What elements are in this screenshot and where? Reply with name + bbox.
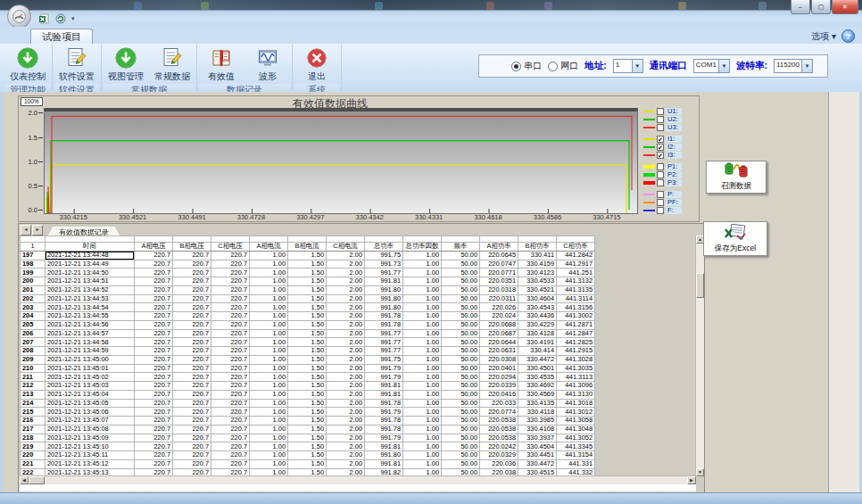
- data-cell[interactable]: 220.7: [173, 390, 211, 399]
- data-cell[interactable]: 220.7: [135, 312, 173, 321]
- data-cell[interactable]: 2021-12-21 13:45:01: [46, 364, 135, 373]
- data-cell[interactable]: 220.7: [135, 285, 173, 294]
- help-icon[interactable]: ?: [841, 29, 855, 43]
- data-cell[interactable]: 220.7: [211, 294, 250, 303]
- data-cell[interactable]: 2.00: [327, 303, 365, 312]
- ribbon-button-软件设置[interactable]: 软件设置: [54, 45, 100, 84]
- data-cell[interactable]: 50.00: [442, 251, 480, 260]
- data-cell[interactable]: 1.00: [403, 329, 442, 338]
- data-cell[interactable]: 220.0774: [480, 408, 518, 417]
- data-cell[interactable]: 220.7: [211, 303, 250, 312]
- data-cell[interactable]: 50.00: [442, 434, 480, 442]
- data-cell[interactable]: 220.0318: [480, 285, 518, 294]
- data-cell[interactable]: 2.00: [327, 399, 365, 408]
- data-cell[interactable]: 1.00: [250, 269, 288, 277]
- data-cell[interactable]: 1.00: [403, 459, 442, 468]
- data-cell[interactable]: 1.00: [250, 355, 288, 364]
- data-cell[interactable]: 220.7: [173, 425, 211, 434]
- data-cell[interactable]: 2.00: [327, 347, 365, 356]
- tab-scroll-right-icon[interactable]: ▸: [32, 225, 43, 235]
- options-button[interactable]: 选项 ▾: [811, 30, 836, 43]
- data-cell[interactable]: 220.7: [211, 417, 250, 426]
- data-cell[interactable]: 50.00: [442, 355, 480, 364]
- data-cell[interactable]: 441.3002: [557, 312, 595, 321]
- data-cell[interactable]: 220.0687: [480, 329, 518, 338]
- data-cell[interactable]: 220.7: [135, 355, 173, 364]
- data-cell[interactable]: 220.7: [173, 434, 211, 442]
- data-cell[interactable]: 2.00: [327, 338, 365, 347]
- data-cell[interactable]: 220.0311: [480, 294, 518, 303]
- legend-checkbox[interactable]: [657, 199, 664, 206]
- data-cell[interactable]: 1.00: [403, 451, 442, 460]
- data-cell[interactable]: 2.00: [327, 382, 365, 391]
- data-cell[interactable]: 220.7: [135, 364, 173, 373]
- data-cell[interactable]: 1.50: [288, 329, 327, 338]
- data-cell[interactable]: 991.81: [365, 382, 403, 391]
- data-cell[interactable]: 441.3028: [557, 355, 595, 364]
- data-cell[interactable]: 50.00: [442, 364, 480, 373]
- data-cell[interactable]: 2.00: [327, 451, 365, 460]
- data-cell[interactable]: 991.80: [365, 451, 403, 460]
- data-cell[interactable]: 330.4521: [518, 285, 557, 294]
- data-cell[interactable]: 1.00: [403, 434, 442, 442]
- data-cell[interactable]: 1.00: [250, 434, 288, 442]
- data-cell[interactable]: 2.00: [327, 434, 365, 442]
- data-cell[interactable]: 220.7: [211, 312, 250, 321]
- data-cell[interactable]: 1.50: [288, 338, 327, 347]
- data-cell[interactable]: 50.00: [442, 442, 480, 451]
- data-cell[interactable]: 1.00: [403, 285, 442, 294]
- data-cell[interactable]: 991.78: [365, 425, 403, 434]
- data-cell[interactable]: 1.00: [250, 312, 288, 321]
- data-cell[interactable]: 1.00: [250, 303, 288, 312]
- data-cell[interactable]: 330.4604: [518, 294, 557, 303]
- network-port-radio[interactable]: 网口: [548, 60, 578, 72]
- data-cell[interactable]: 991.81: [365, 390, 403, 399]
- data-cell[interactable]: 220.7: [211, 442, 250, 451]
- data-cell[interactable]: 441.2917: [557, 260, 595, 269]
- minimize-button[interactable]: ‒: [791, 0, 810, 14]
- data-cell[interactable]: 991.80: [365, 303, 403, 312]
- data-cell[interactable]: 220.0644: [480, 338, 518, 347]
- data-cell[interactable]: 50.00: [442, 373, 480, 382]
- data-cell[interactable]: 1.00: [403, 442, 442, 451]
- data-cell[interactable]: 991.79: [365, 364, 403, 373]
- data-cell[interactable]: 1.50: [288, 355, 327, 364]
- tab-test-project[interactable]: 试验项目: [30, 29, 93, 44]
- horizontal-scroll-thumb[interactable]: [29, 476, 45, 484]
- close-button[interactable]: ✕: [832, 0, 858, 14]
- data-cell[interactable]: 1.50: [288, 269, 327, 277]
- data-cell[interactable]: 220.0538: [480, 425, 518, 434]
- data-cell[interactable]: 220.7: [135, 303, 173, 312]
- data-cell[interactable]: 220.7: [173, 417, 211, 426]
- data-cell[interactable]: 2.00: [327, 390, 365, 399]
- data-cell[interactable]: 1.50: [288, 399, 327, 408]
- data-cell[interactable]: 50.00: [442, 425, 480, 434]
- data-cell[interactable]: 441.2847: [557, 329, 595, 338]
- legend-checkbox[interactable]: [657, 207, 664, 214]
- data-cell[interactable]: 991.79: [365, 434, 403, 442]
- data-cell[interactable]: 1.00: [250, 329, 288, 338]
- data-cell[interactable]: 1.50: [288, 312, 327, 321]
- data-cell[interactable]: 330.4533: [518, 277, 557, 286]
- data-cell[interactable]: 1.00: [250, 364, 288, 373]
- data-cell[interactable]: 220.7: [135, 329, 173, 338]
- data-cell[interactable]: 2021-12-21 13:45:03: [46, 382, 135, 391]
- data-cell[interactable]: 220.7: [173, 285, 211, 294]
- ribbon-button-退出[interactable]: 退出: [294, 45, 340, 84]
- ribbon-button-有效值[interactable]: 有效值: [198, 45, 245, 84]
- qat-customize-dropdown-icon[interactable]: ▾: [71, 15, 75, 22]
- data-cell[interactable]: 220.7: [211, 399, 250, 408]
- data-cell[interactable]: 1.00: [250, 442, 288, 451]
- data-cell[interactable]: 220.7: [135, 251, 173, 260]
- data-cell[interactable]: 1.00: [250, 294, 288, 303]
- data-cell[interactable]: 330.4504: [518, 442, 557, 451]
- data-cell[interactable]: 330.4472: [518, 355, 557, 364]
- data-cell[interactable]: 441.251: [557, 269, 595, 277]
- data-cell[interactable]: 220.7: [173, 320, 211, 329]
- data-cell[interactable]: 50.00: [442, 303, 480, 312]
- data-cell[interactable]: 330.4108: [518, 425, 557, 434]
- legend-checkbox[interactable]: [657, 171, 664, 178]
- data-cell[interactable]: 441.3132: [557, 277, 595, 286]
- data-cell[interactable]: 330.4692: [518, 382, 557, 391]
- scroll-right-icon[interactable]: ▶: [687, 476, 696, 484]
